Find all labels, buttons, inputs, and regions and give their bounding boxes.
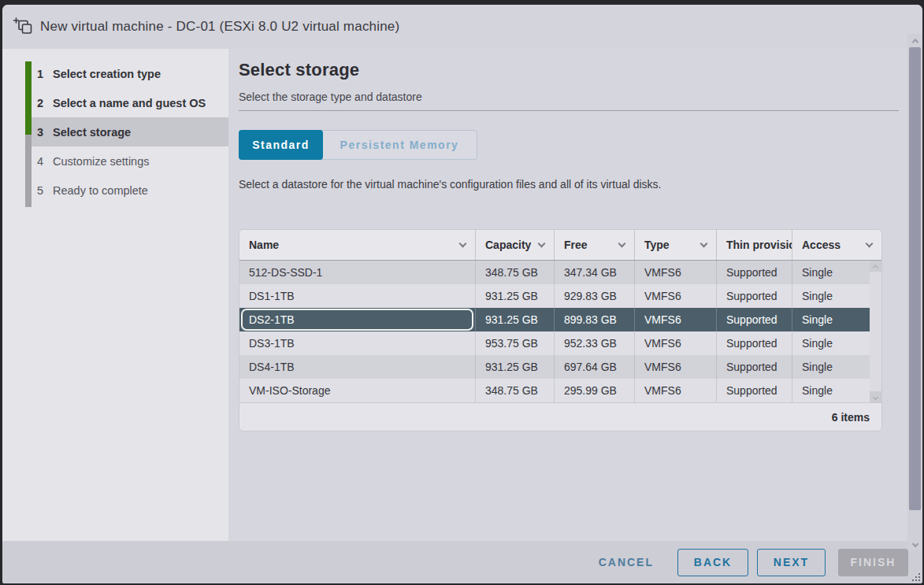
- step-label: Select storage: [53, 126, 131, 139]
- storage-type-tabs: Standard Persistent Memory: [239, 130, 477, 160]
- new-vm-wizard-dialog: New virtual machine - DC-01 (ESXi 8.0 U2…: [2, 5, 922, 583]
- step-label: Select creation type: [53, 68, 161, 80]
- cell-name: DS4-1TB: [239, 355, 476, 379]
- column-header-free[interactable]: Free: [555, 230, 635, 260]
- dialog-title-bar: New virtual machine - DC-01 (ESXi 8.0 U2…: [2, 5, 922, 49]
- rail-completed-segment: [25, 61, 32, 135]
- chevron-down-icon: [873, 394, 878, 399]
- wizard-step-list: 1 Select creation type 2 Select a name a…: [2, 59, 228, 205]
- chevron-up-icon: [873, 265, 878, 270]
- chevron-down-icon[interactable]: [866, 240, 874, 248]
- step-label: Customize settings: [53, 155, 150, 168]
- wizard-main-panel: Select storage Select the storage type a…: [228, 49, 922, 541]
- cell-access: Single: [792, 355, 870, 379]
- cell-name: DS3-1TB: [239, 331, 476, 355]
- step-ready-to-complete[interactable]: 5 Ready to complete: [2, 176, 228, 205]
- cell-capacity: 931.25 GB: [476, 355, 555, 379]
- cell-access: Single: [792, 331, 870, 355]
- datastore-instruction-text: Select a datastore for the virtual machi…: [239, 178, 922, 191]
- table-scroll-up-button[interactable]: [870, 261, 881, 272]
- dialog-footer: CANCEL BACK NEXT FINISH: [2, 541, 922, 583]
- new-vm-icon: [13, 17, 33, 37]
- table-scrollbar[interactable]: [870, 261, 881, 402]
- step-number: 4: [37, 155, 53, 168]
- cell-thin-provisioning: Supported: [717, 261, 792, 284]
- cell-access: Single: [792, 379, 870, 402]
- cell-capacity: 953.75 GB: [476, 331, 555, 355]
- table-row-ds4-1tb[interactable]: DS4-1TB 931.25 GB 697.64 GB VMFS6 Suppor…: [239, 355, 870, 379]
- datastore-table: Name Capacity Free Type: [239, 229, 882, 431]
- cell-free: 347.34 GB: [555, 261, 635, 284]
- dialog-scroll-down-button[interactable]: [907, 537, 922, 550]
- cell-capacity: 348.75 GB: [476, 261, 555, 284]
- cell-thin-provisioning: Supported: [717, 379, 792, 402]
- cell-thin-provisioning: Supported: [717, 331, 792, 355]
- rail-remaining-segment: [25, 135, 32, 207]
- table-row-ds3-1tb[interactable]: DS3-1TB 953.75 GB 952.33 GB VMFS6 Suppor…: [239, 331, 870, 355]
- dialog-scrollbar[interactable]: [907, 34, 922, 550]
- back-button[interactable]: BACK: [677, 549, 748, 576]
- chevron-down-icon[interactable]: [459, 240, 467, 248]
- column-header-capacity[interactable]: Capacity: [476, 230, 555, 260]
- cell-name: VM-ISO-Storage: [239, 379, 476, 402]
- step-label: Select a name and guest OS: [53, 97, 206, 109]
- tab-standard[interactable]: Standard: [239, 130, 323, 160]
- step-select-storage[interactable]: 3 Select storage: [29, 117, 228, 146]
- step-number: 2: [37, 97, 53, 109]
- step-select-name-guest-os[interactable]: 2 Select a name and guest OS: [2, 88, 228, 117]
- chevron-down-icon[interactable]: [700, 240, 708, 248]
- column-label: Free: [564, 239, 588, 251]
- cell-type: VMFS6: [635, 284, 717, 308]
- step-progress-rail: [25, 61, 32, 207]
- table-row-ds2-1tb-selected[interactable]: DS2-1TB 931.25 GB 899.83 GB VMFS6 Suppor…: [239, 308, 870, 331]
- chevron-down-icon[interactable]: [618, 240, 626, 248]
- chevron-down-icon[interactable]: [538, 240, 546, 248]
- page-title: Select storage: [239, 60, 922, 80]
- cell-type: VMFS6: [635, 261, 717, 284]
- next-button[interactable]: NEXT: [757, 549, 826, 576]
- wizard-steps-sidebar: 1 Select creation type 2 Select a name a…: [2, 49, 228, 541]
- step-number: 1: [37, 68, 53, 80]
- cell-name: DS1-1TB: [239, 284, 476, 308]
- column-label: Type: [644, 239, 670, 251]
- step-number: 5: [37, 184, 53, 197]
- cell-thin-provisioning: Supported: [717, 284, 792, 308]
- cell-capacity: 348.75 GB: [476, 379, 555, 402]
- dialog-scrollbar-thumb[interactable]: [909, 47, 921, 510]
- table-row-ds1-1tb[interactable]: DS1-1TB 931.25 GB 929.83 GB VMFS6 Suppor…: [239, 284, 870, 308]
- table-row-512-ds-ssd-1[interactable]: 512-DS-SSD-1 348.75 GB 347.34 GB VMFS6 S…: [239, 261, 870, 284]
- column-header-access[interactable]: Access: [792, 230, 881, 260]
- dialog-scroll-up-button[interactable]: [907, 34, 922, 47]
- column-label: Capacity: [485, 239, 531, 251]
- column-label: Access: [802, 239, 841, 251]
- cell-name: DS2-1TB: [239, 308, 476, 331]
- chevron-down-icon: [911, 540, 918, 546]
- finish-button-disabled: FINISH: [838, 549, 908, 576]
- column-header-type[interactable]: Type: [635, 230, 717, 260]
- table-row-vm-iso-storage[interactable]: VM-ISO-Storage 348.75 GB 295.99 GB VMFS6…: [239, 379, 870, 402]
- cell-free: 899.83 GB: [555, 308, 635, 331]
- cell-name: 512-DS-SSD-1: [239, 261, 476, 284]
- resize-grip[interactable]: [912, 573, 920, 581]
- dialog-title: New virtual machine - DC-01 (ESXi 8.0 U2…: [40, 19, 399, 35]
- cell-thin-provisioning: Supported: [717, 355, 792, 379]
- cancel-button[interactable]: CANCEL: [596, 549, 657, 576]
- datastore-table-header: Name Capacity Free Type: [239, 230, 881, 261]
- cell-thin-provisioning: Supported: [717, 308, 792, 331]
- chevron-up-icon: [911, 39, 918, 45]
- step-customize-settings[interactable]: 4 Customize settings: [2, 146, 228, 176]
- cell-free: 929.83 GB: [555, 284, 635, 308]
- table-scroll-down-button[interactable]: [870, 391, 881, 402]
- column-header-name[interactable]: Name: [239, 230, 476, 260]
- cell-access: Single: [792, 308, 870, 331]
- cell-type: VMFS6: [635, 331, 717, 355]
- cell-capacity: 931.25 GB: [476, 284, 555, 308]
- tab-persistent-memory[interactable]: Persistent Memory: [322, 131, 477, 159]
- header-divider: [239, 110, 899, 111]
- column-header-thin-provisioning[interactable]: Thin provisioning: [717, 230, 792, 260]
- step-label: Ready to complete: [53, 184, 148, 197]
- cell-type: VMFS6: [635, 379, 717, 402]
- cell-free: 952.33 GB: [555, 331, 635, 355]
- step-select-creation-type[interactable]: 1 Select creation type: [2, 59, 228, 88]
- column-label: Thin provisioning: [726, 239, 792, 251]
